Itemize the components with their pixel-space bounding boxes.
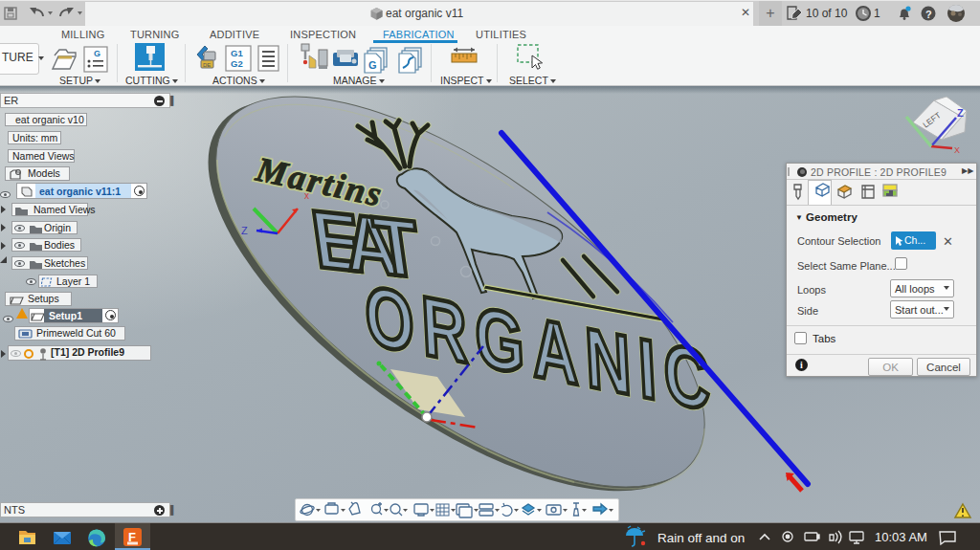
- svg-text:Z: Z: [241, 225, 248, 236]
- svg-text:G: G: [368, 59, 377, 71]
- svg-text:Z: Z: [957, 107, 964, 119]
- svg-text:?: ?: [925, 9, 932, 20]
- svg-text:10 of 10: 10 of 10: [806, 7, 848, 20]
- svg-text:x: x: [304, 190, 309, 201]
- svg-text:DE: DE: [203, 62, 211, 68]
- svg-text:G2: G2: [231, 58, 243, 69]
- svg-text:Rain off and on: Rain off and on: [657, 531, 745, 545]
- svg-text:G: G: [94, 49, 100, 58]
- svg-text:1: 1: [874, 7, 880, 20]
- svg-text:G1: G1: [231, 48, 243, 58]
- svg-text:X: X: [954, 145, 960, 155]
- svg-text:10:03 AM: 10:03 AM: [875, 530, 927, 544]
